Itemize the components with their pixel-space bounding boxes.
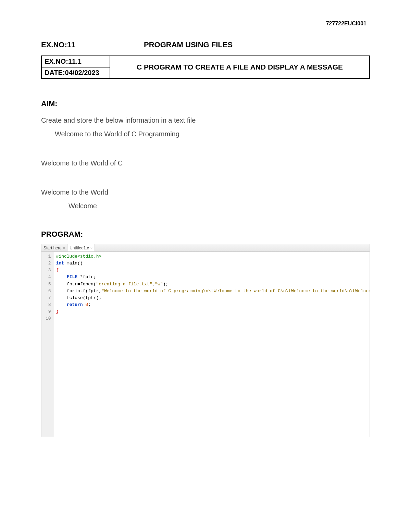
code-editor: Start here × Untitled1.c × 1 2 3 4 5 6 7…: [41, 244, 370, 437]
tab-untitled1[interactable]: Untitled1.c ×: [67, 244, 95, 251]
aim-heading: AIM:: [41, 99, 370, 108]
line-number: 6: [46, 288, 51, 295]
code-token: [56, 302, 67, 307]
line-number: 9: [46, 308, 51, 315]
line-number: 3: [46, 267, 51, 274]
tab-bar: Start here × Untitled1.c ×: [41, 244, 370, 252]
aim-block-2: Welcome to the World of C: [41, 158, 370, 168]
line-number: 4: [46, 274, 51, 281]
code-token: );: [163, 282, 169, 287]
code-token: }: [56, 309, 59, 314]
tab-label: Start here: [43, 246, 62, 250]
date-cell: DATE:04/02/2023: [41, 67, 110, 78]
code-content[interactable]: #include<stdio.h>int main(){ FILE *fptr;…: [54, 252, 370, 437]
aim-line-1: Create and store the below information i…: [41, 115, 370, 125]
aim-line-2: Welcome to the World of C Programming: [41, 129, 370, 139]
page-title: PROGRAM USING FILES: [144, 40, 233, 49]
close-icon[interactable]: ×: [90, 246, 92, 250]
title-row: EX.NO:11 PROGRAM USING FILES: [41, 40, 370, 49]
line-number-gutter: 1 2 3 4 5 6 7 8 9 10: [41, 252, 54, 437]
code-token: (): [77, 261, 83, 266]
code-token: #include<stdio.h>: [56, 254, 102, 259]
code-token: int: [56, 261, 64, 266]
ex-no-sub: EX.NO:11.1: [41, 56, 110, 67]
doc-id: 727722EUCI001: [41, 21, 370, 27]
aim-line-3: Welcome to the World of C: [41, 158, 370, 168]
code-token: [56, 282, 67, 287]
code-token: fclose(fptr);: [67, 295, 101, 300]
line-number: 8: [46, 301, 51, 308]
line-number: 1: [46, 253, 51, 260]
code-token: return: [67, 302, 83, 307]
code-token: fprintf(fptr,: [67, 288, 101, 294]
ex-no-main: EX.NO:11: [41, 40, 144, 49]
code-token: FILE: [67, 274, 77, 280]
close-icon[interactable]: ×: [63, 246, 65, 250]
program-heading: PROGRAM:: [41, 230, 370, 239]
line-number: 7: [46, 295, 51, 301]
code-token: ;: [88, 302, 91, 307]
line-number: 2: [46, 260, 51, 267]
aim-line-4: Welcome to the World: [41, 187, 370, 197]
code-token: "w": [155, 282, 163, 287]
info-table: EX.NO:11.1 C PROGRAM TO CREATE A FILE AN…: [41, 55, 370, 79]
aim-block-3: Welcome to the World Welcome: [41, 187, 370, 211]
code-token: *fptr;: [77, 274, 96, 280]
subtitle: C PROGRAM TO CREATE A FILE AND DISPLAY A…: [110, 56, 370, 78]
line-number: 10: [46, 315, 51, 322]
code-token: fptr=fopen(: [67, 282, 96, 287]
code-token: [56, 288, 67, 294]
line-number: 5: [46, 281, 51, 288]
aim-block-1: Create and store the below information i…: [41, 115, 370, 139]
tab-label: Untitled1.c: [70, 246, 89, 250]
code-token: "Welcome to the world of C programming\n…: [101, 288, 370, 294]
aim-line-5: Welcome: [41, 201, 370, 211]
code-token: [56, 295, 67, 300]
code-token: [56, 274, 67, 280]
code-area: 1 2 3 4 5 6 7 8 9 10 #include<stdio.h>in…: [41, 252, 370, 437]
code-token: {: [56, 268, 59, 273]
tab-start-here[interactable]: Start here ×: [41, 244, 67, 251]
code-token: main: [64, 261, 77, 266]
code-token: "creating a file.txt": [96, 282, 152, 287]
